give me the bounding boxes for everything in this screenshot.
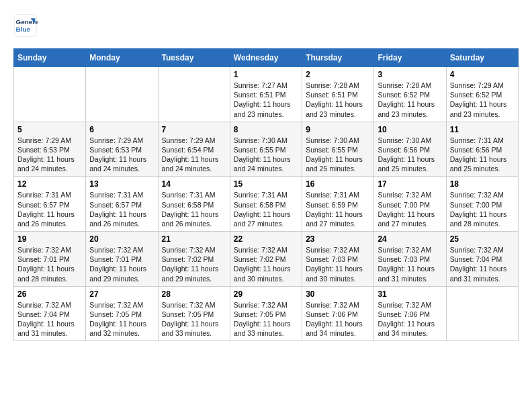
logo: General Blue <box>13 13 38 38</box>
day-info: Sunrise: 7:31 AM Sunset: 6:57 PM Dayligh… <box>17 190 82 228</box>
day-number: 30 <box>306 289 370 299</box>
day-number: 20 <box>89 234 154 244</box>
day-info: Sunrise: 7:31 AM Sunset: 6:58 PM Dayligh… <box>162 190 226 228</box>
day-number: 28 <box>162 289 226 299</box>
logo-icon: General Blue <box>13 13 38 38</box>
calendar-week-1: 1Sunrise: 7:27 AM Sunset: 6:51 PM Daylig… <box>14 67 519 122</box>
day-info: Sunrise: 7:32 AM Sunset: 7:00 PM Dayligh… <box>450 190 515 228</box>
day-number: 23 <box>306 234 370 244</box>
calendar-cell: 10Sunrise: 7:30 AM Sunset: 6:56 PM Dayli… <box>374 122 446 177</box>
day-info: Sunrise: 7:29 AM Sunset: 6:52 PM Dayligh… <box>450 81 515 119</box>
day-number: 18 <box>450 179 515 189</box>
day-info: Sunrise: 7:32 AM Sunset: 7:03 PM Dayligh… <box>378 245 442 283</box>
calendar-cell: 31Sunrise: 7:32 AM Sunset: 7:06 PM Dayli… <box>374 286 446 341</box>
day-number: 25 <box>450 234 515 244</box>
calendar-cell: 26Sunrise: 7:32 AM Sunset: 7:04 PM Dayli… <box>14 286 86 341</box>
day-number: 21 <box>162 234 226 244</box>
day-number: 9 <box>306 125 370 134</box>
calendar-cell: 6Sunrise: 7:29 AM Sunset: 6:53 PM Daylig… <box>86 122 158 177</box>
day-info: Sunrise: 7:32 AM Sunset: 7:06 PM Dayligh… <box>378 300 442 338</box>
day-info: Sunrise: 7:28 AM Sunset: 6:51 PM Dayligh… <box>306 81 370 119</box>
day-info: Sunrise: 7:29 AM Sunset: 6:54 PM Dayligh… <box>162 136 226 174</box>
day-info: Sunrise: 7:28 AM Sunset: 6:52 PM Dayligh… <box>378 81 442 119</box>
calendar-cell: 25Sunrise: 7:32 AM Sunset: 7:04 PM Dayli… <box>446 232 518 287</box>
calendar-cell <box>446 286 518 341</box>
day-info: Sunrise: 7:30 AM Sunset: 6:55 PM Dayligh… <box>234 136 298 174</box>
day-number: 3 <box>378 70 442 79</box>
day-info: Sunrise: 7:32 AM Sunset: 7:04 PM Dayligh… <box>17 300 82 338</box>
day-number: 1 <box>234 70 298 79</box>
day-number: 11 <box>450 125 515 134</box>
calendar-cell: 28Sunrise: 7:32 AM Sunset: 7:05 PM Dayli… <box>158 286 230 341</box>
calendar-cell: 8Sunrise: 7:30 AM Sunset: 6:55 PM Daylig… <box>230 122 302 177</box>
calendar-week-3: 12Sunrise: 7:31 AM Sunset: 6:57 PM Dayli… <box>14 177 519 232</box>
col-header-thursday: Thursday <box>302 49 374 67</box>
day-number: 31 <box>378 289 442 299</box>
col-header-wednesday: Wednesday <box>230 49 302 67</box>
calendar-cell: 19Sunrise: 7:32 AM Sunset: 7:01 PM Dayli… <box>14 232 86 287</box>
day-info: Sunrise: 7:27 AM Sunset: 6:51 PM Dayligh… <box>234 81 298 119</box>
day-number: 7 <box>162 125 226 134</box>
day-info: Sunrise: 7:32 AM Sunset: 7:05 PM Dayligh… <box>234 300 298 338</box>
calendar-week-4: 19Sunrise: 7:32 AM Sunset: 7:01 PM Dayli… <box>14 232 519 287</box>
header-row: SundayMondayTuesdayWednesdayThursdayFrid… <box>14 49 519 67</box>
day-number: 17 <box>378 179 442 189</box>
day-number: 5 <box>17 125 82 134</box>
day-info: Sunrise: 7:32 AM Sunset: 7:01 PM Dayligh… <box>89 245 154 283</box>
day-number: 14 <box>162 179 226 189</box>
day-info: Sunrise: 7:32 AM Sunset: 7:02 PM Dayligh… <box>234 245 298 283</box>
calendar-week-5: 26Sunrise: 7:32 AM Sunset: 7:04 PM Dayli… <box>14 286 519 341</box>
day-info: Sunrise: 7:31 AM Sunset: 6:57 PM Dayligh… <box>89 190 154 228</box>
day-info: Sunrise: 7:32 AM Sunset: 7:05 PM Dayligh… <box>162 300 226 338</box>
svg-text:Blue: Blue <box>16 26 31 33</box>
day-info: Sunrise: 7:31 AM Sunset: 6:59 PM Dayligh… <box>306 190 370 228</box>
day-info: Sunrise: 7:32 AM Sunset: 7:03 PM Dayligh… <box>306 245 370 283</box>
calendar-cell: 4Sunrise: 7:29 AM Sunset: 6:52 PM Daylig… <box>446 67 518 122</box>
day-info: Sunrise: 7:32 AM Sunset: 7:00 PM Dayligh… <box>378 190 442 228</box>
calendar-cell: 18Sunrise: 7:32 AM Sunset: 7:00 PM Dayli… <box>446 177 518 232</box>
day-number: 6 <box>89 125 154 134</box>
calendar-table: SundayMondayTuesdayWednesdayThursdayFrid… <box>13 48 519 341</box>
day-number: 29 <box>234 289 298 299</box>
calendar-cell: 14Sunrise: 7:31 AM Sunset: 6:58 PM Dayli… <box>158 177 230 232</box>
col-header-sunday: Sunday <box>14 49 86 67</box>
calendar-cell: 12Sunrise: 7:31 AM Sunset: 6:57 PM Dayli… <box>14 177 86 232</box>
calendar-cell <box>158 67 230 122</box>
day-number: 19 <box>17 234 82 244</box>
calendar-week-2: 5Sunrise: 7:29 AM Sunset: 6:53 PM Daylig… <box>14 122 519 177</box>
day-number: 24 <box>378 234 442 244</box>
day-info: Sunrise: 7:32 AM Sunset: 7:06 PM Dayligh… <box>306 300 370 338</box>
calendar-cell: 27Sunrise: 7:32 AM Sunset: 7:05 PM Dayli… <box>86 286 158 341</box>
day-info: Sunrise: 7:30 AM Sunset: 6:55 PM Dayligh… <box>306 136 370 174</box>
calendar-cell: 17Sunrise: 7:32 AM Sunset: 7:00 PM Dayli… <box>374 177 446 232</box>
day-number: 22 <box>234 234 298 244</box>
calendar-cell: 29Sunrise: 7:32 AM Sunset: 7:05 PM Dayli… <box>230 286 302 341</box>
calendar-cell: 13Sunrise: 7:31 AM Sunset: 6:57 PM Dayli… <box>86 177 158 232</box>
calendar-cell: 30Sunrise: 7:32 AM Sunset: 7:06 PM Dayli… <box>302 286 374 341</box>
day-number: 16 <box>306 179 370 189</box>
day-number: 12 <box>17 179 82 189</box>
day-info: Sunrise: 7:32 AM Sunset: 7:02 PM Dayligh… <box>162 245 226 283</box>
col-header-friday: Friday <box>374 49 446 67</box>
calendar-cell <box>86 67 158 122</box>
day-info: Sunrise: 7:30 AM Sunset: 6:56 PM Dayligh… <box>378 136 442 174</box>
calendar-cell: 9Sunrise: 7:30 AM Sunset: 6:55 PM Daylig… <box>302 122 374 177</box>
calendar-cell: 23Sunrise: 7:32 AM Sunset: 7:03 PM Dayli… <box>302 232 374 287</box>
day-info: Sunrise: 7:31 AM Sunset: 6:56 PM Dayligh… <box>450 136 515 174</box>
col-header-monday: Monday <box>86 49 158 67</box>
calendar-cell: 11Sunrise: 7:31 AM Sunset: 6:56 PM Dayli… <box>446 122 518 177</box>
day-number: 2 <box>306 70 370 79</box>
calendar-cell: 15Sunrise: 7:31 AM Sunset: 6:58 PM Dayli… <box>230 177 302 232</box>
calendar-cell: 3Sunrise: 7:28 AM Sunset: 6:52 PM Daylig… <box>374 67 446 122</box>
day-number: 26 <box>17 289 82 299</box>
day-number: 15 <box>234 179 298 189</box>
calendar-cell <box>14 67 86 122</box>
day-number: 27 <box>89 289 154 299</box>
calendar-cell: 22Sunrise: 7:32 AM Sunset: 7:02 PM Dayli… <box>230 232 302 287</box>
day-number: 13 <box>89 179 154 189</box>
calendar-cell: 1Sunrise: 7:27 AM Sunset: 6:51 PM Daylig… <box>230 67 302 122</box>
day-info: Sunrise: 7:32 AM Sunset: 7:04 PM Dayligh… <box>450 245 515 283</box>
day-info: Sunrise: 7:29 AM Sunset: 6:53 PM Dayligh… <box>17 136 82 174</box>
day-number: 8 <box>234 125 298 134</box>
page-header: General Blue <box>13 13 519 38</box>
